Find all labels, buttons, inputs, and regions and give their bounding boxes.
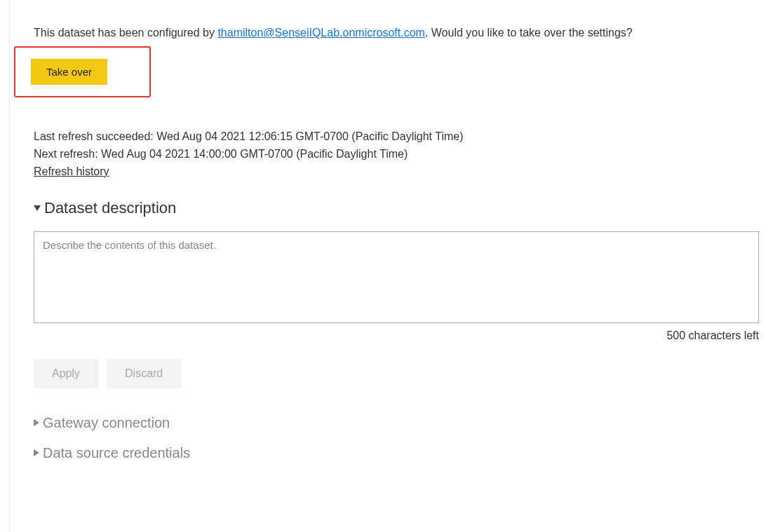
- section-data-source-credentials[interactable]: Data source credentials: [34, 445, 759, 461]
- refresh-info: Last refresh succeeded: Wed Aug 04 2021 …: [34, 128, 759, 180]
- take-over-button[interactable]: Take over: [31, 59, 107, 85]
- left-divider: [9, 0, 10, 532]
- section-title-description: Dataset description: [44, 199, 176, 217]
- owner-email-link[interactable]: thamilton@SenseiIQLab.onmicrosoft.com: [217, 27, 424, 39]
- intro-suffix: . Would you like to take over the settin…: [425, 27, 633, 39]
- description-textarea[interactable]: [34, 231, 759, 323]
- caret-right-icon: [34, 419, 39, 426]
- section-dataset-description[interactable]: Dataset description: [34, 199, 759, 217]
- caret-down-icon: [34, 205, 41, 211]
- next-refresh-line: Next refresh: Wed Aug 04 2021 14:00:00 G…: [34, 146, 759, 163]
- last-refresh-label: Last refresh succeeded:: [34, 130, 156, 142]
- refresh-history-link[interactable]: Refresh history: [34, 163, 109, 181]
- section-title-credentials: Data source credentials: [43, 445, 190, 461]
- last-refresh-line: Last refresh succeeded: Wed Aug 04 2021 …: [34, 128, 759, 146]
- apply-button[interactable]: Apply: [34, 359, 98, 388]
- take-over-highlight: Take over: [14, 46, 151, 97]
- section-title-gateway: Gateway connection: [43, 415, 170, 431]
- section-gateway-connection[interactable]: Gateway connection: [34, 415, 759, 431]
- next-refresh-label: Next refresh:: [34, 148, 101, 160]
- last-refresh-value: Wed Aug 04 2021 12:06:15 GMT-0700 (Pacif…: [156, 130, 463, 142]
- discard-button[interactable]: Discard: [107, 359, 181, 388]
- description-button-row: Apply Discard: [34, 359, 759, 388]
- char-count-label: 500 characters left: [34, 329, 759, 342]
- caret-right-icon: [34, 449, 39, 456]
- intro-prefix: This dataset has been configured by: [34, 27, 217, 39]
- next-refresh-value: Wed Aug 04 2021 14:00:00 GMT-0700 (Pacif…: [101, 148, 408, 160]
- intro-text: This dataset has been configured by tham…: [34, 0, 759, 41]
